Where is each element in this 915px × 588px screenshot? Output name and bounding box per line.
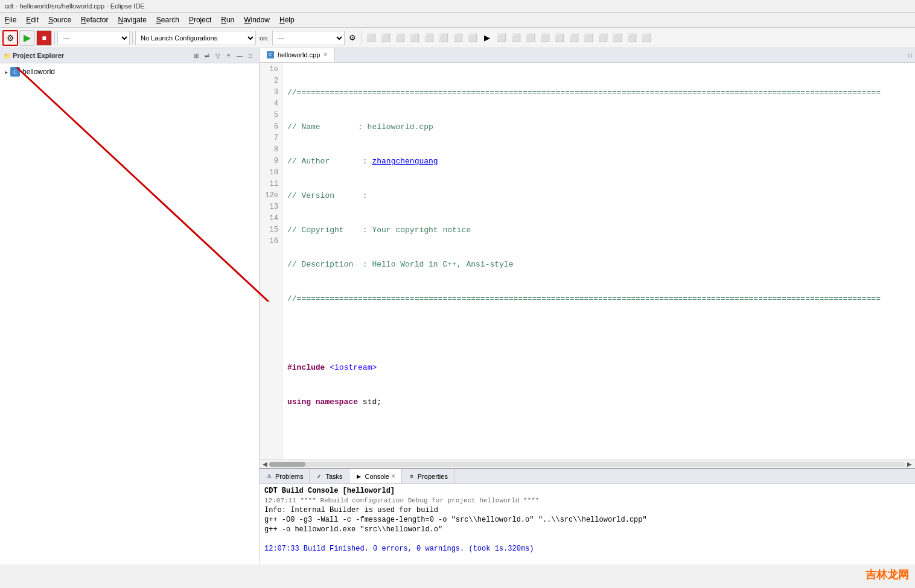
toolbar: ⚙ ▶ ■ --- No Launch Configurations on: -… xyxy=(0,28,915,48)
toolbar-btn-16[interactable]: ⬜ xyxy=(582,31,595,45)
scroll-left-btn[interactable]: ◀ xyxy=(261,460,269,469)
toolbar-btn-13[interactable]: ⬜ xyxy=(538,31,552,45)
code-line-3: // Author : zhangchenguang xyxy=(287,156,910,167)
console-title: CDT Build Console [helloworld] xyxy=(264,486,910,496)
menu-window[interactable]: Window xyxy=(239,14,275,26)
console-line-1: Info: Internal Builder is used for build xyxy=(264,505,910,515)
scrollbar-thumb[interactable] xyxy=(269,462,305,467)
sidebar-title: 📁 Project Explorer xyxy=(4,52,64,59)
title-bar: cdt - helloworld/src/helloworld.cpp - Ec… xyxy=(0,0,915,13)
toolbar-btn-18[interactable]: ⬜ xyxy=(611,31,624,45)
properties-label: Properties xyxy=(418,473,448,480)
editor-scrollbar[interactable]: ◀ ▶ xyxy=(260,460,915,468)
console-close-btn[interactable]: × xyxy=(392,473,395,479)
tab-console[interactable]: ▶ Console × xyxy=(349,469,402,483)
menu-run[interactable]: Run xyxy=(216,14,239,26)
scroll-right-btn[interactable]: ▶ xyxy=(905,460,914,469)
tool-run-btn[interactable]: ▶ xyxy=(19,30,35,46)
toolbar-btn-20[interactable]: ⬜ xyxy=(640,31,653,45)
sidebar-icon-filter[interactable]: ▽ xyxy=(213,51,223,60)
on-label: on: xyxy=(257,34,271,42)
project-icon: C xyxy=(10,67,20,77)
menu-navigate[interactable]: Navigate xyxy=(113,14,151,26)
toolbar-btn-5[interactable]: ⬜ xyxy=(422,31,436,45)
bottom-panel: ⚠ Problems ✓ Tasks ▶ Console × ≡ Propert… xyxy=(260,468,915,564)
toolbar-btn-9[interactable]: ▶ xyxy=(480,31,494,45)
tab-tasks[interactable]: ✓ Tasks xyxy=(310,469,349,483)
toolbar-config-btn[interactable]: ⚙ xyxy=(346,31,359,45)
editor-region: C helloworld.cpp × □ 1⊖ 2 3 4 5 6 7 8 9 … xyxy=(260,48,915,564)
sidebar-icon-maximize[interactable]: □ xyxy=(246,51,255,60)
toolbar-btn-10[interactable]: ⬜ xyxy=(495,31,508,45)
launch-config-dropdown[interactable]: No Launch Configurations xyxy=(135,31,256,45)
watermark-text: 吉林龙网 xyxy=(866,569,909,581)
menu-project[interactable]: Project xyxy=(184,14,216,26)
menu-file[interactable]: File xyxy=(0,14,21,26)
code-content[interactable]: //======================================… xyxy=(282,63,915,460)
toolbar-sep-2 xyxy=(132,31,133,45)
tab-close-btn[interactable]: × xyxy=(324,51,327,58)
menu-source[interactable]: Source xyxy=(43,14,76,26)
sidebar-header: 📁 Project Explorer ⊞ ⇌ ▽ ≡ — □ xyxy=(0,48,259,63)
code-line-4: // Version : xyxy=(287,190,910,201)
editor-tabs: C helloworld.cpp × □ xyxy=(260,48,915,63)
menu-help[interactable]: Help xyxy=(275,14,299,26)
bottom-tabs: ⚠ Problems ✓ Tasks ▶ Console × ≡ Propert… xyxy=(260,469,915,484)
code-line-6: // Description : Hello World in C++, Ans… xyxy=(287,259,910,270)
toolbar-btn-3[interactable]: ⬜ xyxy=(394,31,407,45)
sidebar-icons: ⊞ ⇌ ▽ ≡ — □ xyxy=(191,51,255,60)
toolbar-btn-7[interactable]: ⬜ xyxy=(451,31,465,45)
tab-problems[interactable]: ⚠ Problems xyxy=(260,469,310,483)
toolbar-btn-14[interactable]: ⬜ xyxy=(553,31,566,45)
toolbar-btn-6[interactable]: ⬜ xyxy=(437,31,450,45)
tab-file-icon: C xyxy=(267,51,274,58)
console-content: CDT Build Console [helloworld] 12:07:11 … xyxy=(260,484,915,564)
tool-settings-btn[interactable]: ⚙ xyxy=(2,30,18,46)
tasks-label: Tasks xyxy=(325,473,342,480)
toolbar-btn-19[interactable]: ⬜ xyxy=(625,31,639,45)
code-line-9: #include <iostream> xyxy=(287,362,910,373)
tab-label: helloworld.cpp xyxy=(278,51,320,58)
toolbar-btn-1[interactable]: ⬜ xyxy=(365,31,378,45)
code-line-2: // Name : helloworld.cpp xyxy=(287,121,910,133)
editor-maximize-btn[interactable]: □ xyxy=(905,51,915,60)
console-label: Console xyxy=(365,473,389,480)
console-icon: ▶ xyxy=(355,473,363,480)
sidebar-icon-1[interactable]: ⊞ xyxy=(191,51,201,60)
toolbar-dropdown-1[interactable]: --- xyxy=(57,31,130,45)
title-text: cdt - helloworld/src/helloworld.cpp - Ec… xyxy=(5,2,145,10)
toolbar-btn-2[interactable]: ⬜ xyxy=(379,31,392,45)
project-label: helloworld xyxy=(22,68,55,76)
sidebar: 📁 Project Explorer ⊞ ⇌ ▽ ≡ — □ ▸ C hello… xyxy=(0,48,260,564)
code-line-11 xyxy=(287,431,910,442)
sidebar-icon-menu[interactable]: ≡ xyxy=(224,51,234,60)
tool-stop-btn[interactable]: ■ xyxy=(36,30,52,46)
code-editor[interactable]: 1⊖ 2 3 4 5 6 7 8 9 10 11 12⊖ 13 14 15 16… xyxy=(260,63,915,460)
toolbar-btn-12[interactable]: ⬜ xyxy=(524,31,537,45)
console-line-2: g++ -O0 -g3 -Wall -c -fmessage-length=0 … xyxy=(264,515,910,525)
menu-search[interactable]: Search xyxy=(151,14,184,26)
toolbar-btn-4[interactable]: ⬜ xyxy=(408,31,421,45)
toolbar-sep-3 xyxy=(362,31,362,45)
toolbar-btn-11[interactable]: ⬜ xyxy=(509,31,523,45)
author-link[interactable]: zhangchenguang xyxy=(372,157,438,166)
menu-edit[interactable]: Edit xyxy=(21,14,43,26)
tree-item-helloworld[interactable]: ▸ C helloworld xyxy=(2,66,257,78)
toolbar-dropdown-2[interactable]: --- xyxy=(272,31,345,45)
editor-tab-helloworld[interactable]: C helloworld.cpp × xyxy=(260,48,335,62)
tab-properties[interactable]: ≡ Properties xyxy=(402,469,454,483)
code-line-10: using namespace std; xyxy=(287,396,910,408)
toolbar-btn-17[interactable]: ⬜ xyxy=(596,31,610,45)
watermark: 吉林龙网 xyxy=(866,567,909,582)
scrollbar-track[interactable] xyxy=(269,462,905,467)
sidebar-icon-2[interactable]: ⇌ xyxy=(202,51,212,60)
problems-icon: ⚠ xyxy=(266,473,273,480)
toolbar-btn-15[interactable]: ⬜ xyxy=(567,31,581,45)
main-layout: 📁 Project Explorer ⊞ ⇌ ▽ ≡ — □ ▸ C hello… xyxy=(0,48,915,564)
line-numbers: 1⊖ 2 3 4 5 6 7 8 9 10 11 12⊖ 13 14 15 16 xyxy=(260,63,282,460)
tree-arrow: ▸ xyxy=(5,69,8,75)
console-prev-line: 12:07:11 **** Rebuild configuration Debu… xyxy=(264,496,910,505)
menu-refactor[interactable]: Refactor xyxy=(76,14,113,26)
sidebar-icon-minimize[interactable]: — xyxy=(235,51,244,60)
toolbar-btn-8[interactable]: ⬜ xyxy=(466,31,479,45)
